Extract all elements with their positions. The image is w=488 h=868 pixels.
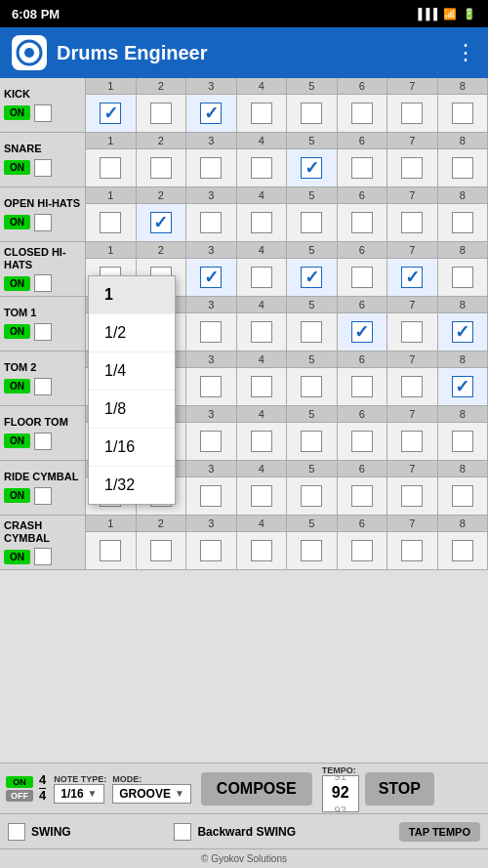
beat-cell-7-4[interactable] bbox=[287, 477, 338, 515]
beat-cell-7-6[interactable] bbox=[387, 477, 438, 515]
beat-cell-1-0[interactable] bbox=[86, 149, 137, 186]
beat-cell-7-7[interactable] bbox=[438, 477, 489, 515]
dropdown-item-2[interactable]: 1/4 bbox=[89, 352, 175, 391]
note-type-value[interactable]: 1/16 ▼ bbox=[54, 784, 103, 804]
row-check-4[interactable] bbox=[34, 323, 52, 341]
beat-cell-0-2[interactable]: ✓ bbox=[186, 95, 237, 132]
row-check-3[interactable] bbox=[34, 274, 52, 292]
beat-cell-1-2[interactable] bbox=[186, 149, 237, 186]
row-check-5[interactable] bbox=[34, 378, 52, 395]
tap-tempo-button[interactable]: TAP TEMPO bbox=[399, 822, 480, 842]
beat-cell-1-1[interactable] bbox=[137, 149, 187, 186]
beat-cell-5-2[interactable] bbox=[186, 368, 237, 405]
beat-cell-2-3[interactable] bbox=[237, 204, 288, 241]
beat-cell-8-4[interactable] bbox=[287, 532, 338, 569]
dropdown-item-4[interactable]: 1/16 bbox=[89, 429, 175, 467]
dropdown-item-0[interactable]: 1 bbox=[89, 276, 175, 314]
on-button-8[interactable]: ON bbox=[4, 550, 30, 564]
compose-button[interactable]: COMPOSE bbox=[201, 772, 312, 806]
more-icon[interactable]: ⋮ bbox=[455, 40, 476, 65]
beat-cell-8-3[interactable] bbox=[237, 532, 288, 569]
beat-cell-7-3[interactable] bbox=[237, 477, 288, 515]
beat-cell-1-6[interactable] bbox=[387, 149, 438, 186]
tempo-scroll[interactable]: 91 92 93 bbox=[322, 775, 359, 812]
mode-value[interactable]: GROOVE ▼ bbox=[112, 784, 191, 804]
note-dropdown[interactable]: 11/21/41/81/161/32 bbox=[88, 275, 176, 505]
beat-cell-2-6[interactable] bbox=[387, 204, 438, 241]
row-check-2[interactable] bbox=[34, 214, 52, 231]
beat-cell-8-1[interactable] bbox=[137, 532, 187, 569]
dropdown-item-1[interactable]: 1/2 bbox=[89, 314, 175, 352]
beat-cell-6-7[interactable] bbox=[438, 423, 489, 460]
beat-cell-2-4[interactable] bbox=[287, 204, 338, 241]
cell-checkbox-2-5 bbox=[351, 212, 373, 233]
beat-cell-0-5[interactable] bbox=[338, 95, 388, 132]
beat-cell-6-5[interactable] bbox=[338, 423, 388, 460]
beat-cell-4-4[interactable] bbox=[287, 313, 338, 351]
beat-cell-6-6[interactable] bbox=[387, 423, 438, 460]
beat-cell-4-3[interactable] bbox=[237, 313, 288, 351]
row-check-1[interactable] bbox=[34, 159, 52, 177]
beat-cell-0-0[interactable]: ✓ bbox=[86, 95, 137, 132]
beat-cell-3-4[interactable]: ✓ bbox=[287, 259, 338, 296]
swing-checkbox[interactable] bbox=[8, 823, 25, 841]
on-button-1[interactable]: ON bbox=[4, 160, 30, 175]
beat-cell-5-5[interactable] bbox=[338, 368, 388, 405]
beat-cell-0-7[interactable] bbox=[438, 95, 489, 132]
global-off-button[interactable]: OFF bbox=[6, 790, 33, 802]
beat-cell-8-0[interactable] bbox=[86, 532, 137, 569]
on-button-3[interactable]: ON bbox=[4, 276, 30, 291]
beat-cell-6-4[interactable] bbox=[287, 423, 338, 460]
beat-cell-0-3[interactable] bbox=[237, 95, 288, 132]
on-button-2[interactable]: ON bbox=[4, 215, 30, 229]
beat-cell-4-5[interactable]: ✓ bbox=[338, 313, 388, 351]
on-button-0[interactable]: ON bbox=[4, 105, 30, 120]
global-on-button[interactable]: ON bbox=[6, 776, 33, 788]
beat-cell-1-3[interactable] bbox=[237, 149, 288, 186]
beat-cell-5-3[interactable] bbox=[237, 368, 288, 405]
beat-cell-3-6[interactable]: ✓ bbox=[387, 259, 438, 296]
on-button-7[interactable]: ON bbox=[4, 488, 30, 503]
beat-cell-2-1[interactable]: ✓ bbox=[137, 204, 187, 241]
beat-cell-8-2[interactable] bbox=[186, 532, 237, 569]
row-check-8[interactable] bbox=[34, 548, 52, 565]
beat-cell-6-3[interactable] bbox=[237, 423, 288, 460]
beat-cell-4-2[interactable] bbox=[186, 313, 237, 351]
beat-cell-3-2[interactable]: ✓ bbox=[186, 259, 237, 296]
beat-cell-7-5[interactable] bbox=[338, 477, 388, 515]
beat-cell-1-4[interactable]: ✓ bbox=[287, 149, 338, 186]
beat-cell-1-5[interactable] bbox=[338, 149, 388, 186]
row-check-0[interactable] bbox=[34, 104, 52, 122]
row-check-7[interactable] bbox=[34, 487, 52, 505]
beat-cell-1-7[interactable] bbox=[438, 149, 489, 186]
beat-cell-5-4[interactable] bbox=[287, 368, 338, 405]
beat-cell-6-2[interactable] bbox=[186, 423, 237, 460]
beat-cell-0-1[interactable] bbox=[137, 95, 187, 132]
beat-cell-0-6[interactable] bbox=[387, 95, 438, 132]
beat-cell-0-4[interactable] bbox=[287, 95, 338, 132]
row-check-6[interactable] bbox=[34, 433, 52, 450]
beat-cell-7-2[interactable] bbox=[186, 477, 237, 515]
dropdown-item-5[interactable]: 1/32 bbox=[89, 467, 175, 504]
on-button-6[interactable]: ON bbox=[4, 434, 30, 448]
dropdown-item-3[interactable]: 1/8 bbox=[89, 391, 175, 429]
backward-swing-checkbox[interactable] bbox=[174, 823, 191, 841]
beat-cell-8-7[interactable] bbox=[438, 532, 489, 569]
beat-cell-2-0[interactable] bbox=[86, 204, 137, 241]
stop-button[interactable]: STOP bbox=[365, 772, 434, 806]
beat-cell-5-6[interactable] bbox=[387, 368, 438, 405]
beat-cell-3-7[interactable] bbox=[438, 259, 489, 296]
beat-cell-2-5[interactable] bbox=[338, 204, 388, 241]
beat-cell-2-7[interactable] bbox=[438, 204, 489, 241]
beat-cell-5-7[interactable]: ✓ bbox=[438, 368, 489, 405]
credit-text: © Gyokov Solutions bbox=[201, 853, 287, 864]
on-button-5[interactable]: ON bbox=[4, 379, 30, 393]
beat-cell-4-7[interactable]: ✓ bbox=[438, 313, 489, 351]
beat-cell-8-6[interactable] bbox=[387, 532, 438, 569]
beat-cell-2-2[interactable] bbox=[186, 204, 237, 241]
beat-cell-8-5[interactable] bbox=[338, 532, 388, 569]
beat-cell-4-6[interactable] bbox=[387, 313, 438, 351]
on-button-4[interactable]: ON bbox=[4, 324, 30, 339]
beat-cell-3-3[interactable] bbox=[237, 259, 288, 296]
beat-cell-3-5[interactable] bbox=[338, 259, 388, 296]
